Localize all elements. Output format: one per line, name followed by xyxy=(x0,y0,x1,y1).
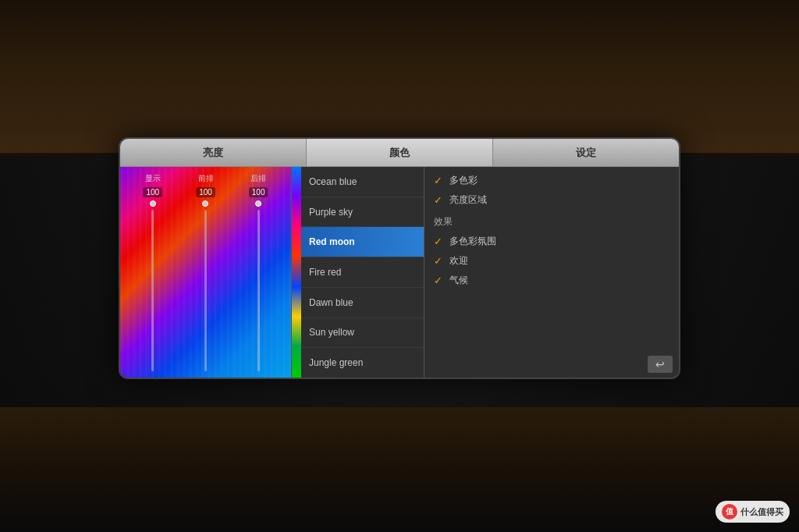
checkmark-climate: ✓ xyxy=(434,275,445,286)
dashboard-bottom xyxy=(0,407,799,532)
front-slider-col: 100 xyxy=(196,187,215,371)
watermark: 值 什么值得买 xyxy=(716,501,790,523)
color-list-container: Ocean blue Purple sky Red moon Fire red … xyxy=(292,167,424,378)
color-list-panel: Ocean blue Purple sky Red moon Fire red … xyxy=(292,167,424,378)
watermark-icon: 值 xyxy=(722,504,737,520)
sliders-overlay: 显示 前排 后排 100 100 10 xyxy=(120,167,291,378)
front-slider-handle[interactable] xyxy=(202,200,208,207)
color-item-ocean-blue[interactable]: Ocean blue xyxy=(301,167,424,197)
color-item-red-moon[interactable]: Red moon xyxy=(301,227,424,257)
color-item-jungle-green[interactable]: Jungle green xyxy=(301,348,424,378)
setting-brightness-zone-label: 亮度区域 xyxy=(449,193,487,207)
setting-welcome-label: 欢迎 xyxy=(449,254,468,268)
back-icon: ↩ xyxy=(655,358,665,371)
setting-multicolor[interactable]: ✓ 多色彩 xyxy=(431,172,673,190)
display-slider-track[interactable] xyxy=(151,210,154,371)
slider-labels: 显示 前排 后排 xyxy=(126,173,285,184)
color-swatch-bar xyxy=(292,167,301,378)
setting-multicolor-ambient[interactable]: ✓ 多色彩氛围 xyxy=(431,232,673,250)
checkmark-multicolor-ambient: ✓ xyxy=(434,236,445,247)
front-label: 前排 xyxy=(179,173,233,184)
tab-bar: 亮度 颜色 设定 xyxy=(120,139,679,167)
setting-multicolor-label: 多色彩 xyxy=(449,174,478,187)
display-value: 100 xyxy=(143,187,162,197)
setting-multicolor-ambient-label: 多色彩氛围 xyxy=(449,235,496,248)
rear-slider-handle[interactable] xyxy=(255,200,261,207)
color-list: Ocean blue Purple sky Red moon Fire red … xyxy=(301,167,424,378)
color-item-fire-red[interactable]: Fire red xyxy=(301,257,424,288)
settings-section-effects: 效果 xyxy=(431,211,673,231)
back-button[interactable]: ↩ xyxy=(648,356,673,373)
setting-welcome[interactable]: ✓ 欢迎 xyxy=(431,252,673,270)
ambient-light-panel: 显示 前排 后排 100 100 10 xyxy=(120,167,292,378)
display-slider-col: 100 xyxy=(143,187,162,371)
front-slider-track[interactable] xyxy=(204,210,207,371)
color-item-purple-sky[interactable]: Purple sky xyxy=(301,197,424,228)
setting-climate[interactable]: ✓ 气候 xyxy=(431,271,673,289)
main-content: 显示 前排 后排 100 100 10 xyxy=(120,167,679,378)
rear-value: 100 xyxy=(249,187,268,197)
tab-color[interactable]: 颜色 xyxy=(307,139,493,166)
display-slider-handle[interactable] xyxy=(150,200,156,207)
checkmark-welcome: ✓ xyxy=(434,255,445,267)
checkmark-brightness-zone: ✓ xyxy=(434,194,445,206)
tab-settings[interactable]: 设定 xyxy=(493,139,679,166)
setting-brightness-zone[interactable]: ✓ 亮度区域 xyxy=(431,191,673,209)
display-label: 显示 xyxy=(126,173,179,184)
dashboard-top xyxy=(0,0,799,156)
rear-label: 后排 xyxy=(232,173,285,184)
rear-slider-col: 100 xyxy=(249,187,268,371)
setting-climate-label: 气候 xyxy=(449,274,468,287)
color-item-sun-yellow[interactable]: Sun yellow xyxy=(301,318,424,349)
infotainment-screen: 亮度 颜色 设定 显示 前排 后排 100 xyxy=(119,137,680,379)
color-item-dawn-blue[interactable]: Dawn blue xyxy=(301,288,424,318)
tab-brightness[interactable]: 亮度 xyxy=(120,139,307,166)
watermark-text: 什么值得买 xyxy=(740,506,783,518)
effects-header-label: 效果 xyxy=(434,215,453,229)
rear-slider-track[interactable] xyxy=(257,210,260,371)
front-value: 100 xyxy=(196,187,215,197)
checkmark-multicolor: ✓ xyxy=(434,175,445,186)
sliders-row: 100 100 100 xyxy=(126,187,285,371)
settings-panel: ✓ 多色彩 ✓ 亮度区域 效果 ✓ 多色彩氛围 ✓ 欢迎 ✓ 气候 xyxy=(424,167,679,378)
